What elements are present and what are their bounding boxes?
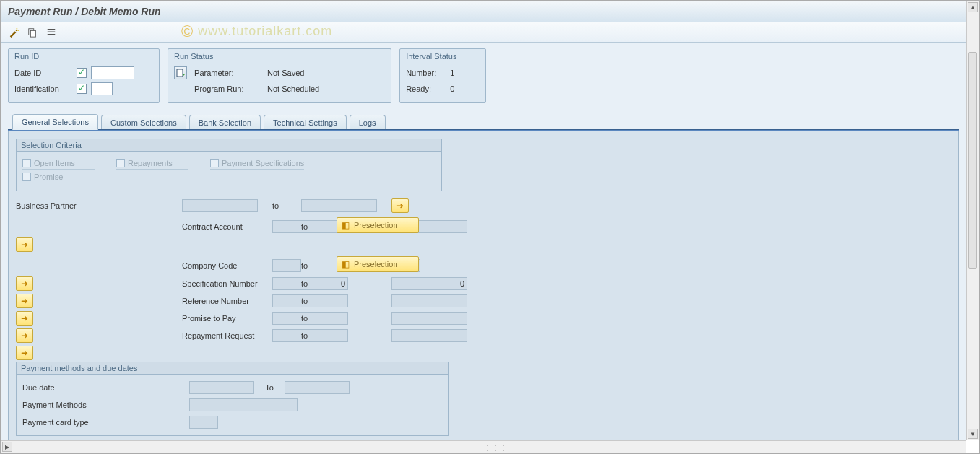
- tab-logs[interactable]: Logs: [350, 115, 386, 130]
- identification-checkbox[interactable]: [77, 84, 87, 94]
- due-date-to-input[interactable]: [285, 381, 350, 394]
- interval-status-group: Interval Status Number: 1 Ready: 0: [399, 48, 486, 103]
- business-partner-to-input[interactable]: [301, 199, 377, 212]
- tab-general-selections[interactable]: General Selections: [12, 114, 98, 130]
- vertical-scroll-thumb[interactable]: [968, 52, 977, 269]
- business-partner-more-button[interactable]: ➜: [391, 198, 409, 213]
- promise-checkbox: Promise: [22, 173, 95, 183]
- due-date-to-label: To: [259, 383, 280, 392]
- svg-rect-4: [177, 69, 183, 77]
- reference-number-to-label: to: [301, 297, 391, 305]
- payment-specifications-checkbox: Payment Specifications: [210, 159, 304, 170]
- svg-point-1: [17, 30, 18, 30]
- wand-icon[interactable]: [8, 27, 19, 38]
- svg-marker-5: [183, 74, 185, 77]
- run-id-title: Run ID: [14, 52, 153, 61]
- payment-methods-label: Payment Methods: [22, 401, 185, 409]
- payment-card-type-input[interactable]: [189, 416, 218, 429]
- identification-input[interactable]: [91, 82, 113, 95]
- promise-to-pay-to-input[interactable]: [391, 312, 467, 325]
- specification-number-to-input[interactable]: [391, 277, 467, 290]
- business-partner-label: Business Partner: [16, 201, 182, 210]
- ready-value: 0: [450, 84, 454, 93]
- repayment-request-more-button[interactable]: ➜: [16, 346, 33, 360]
- promise-to-pay-more-button[interactable]: ➜: [16, 328, 33, 343]
- company-code-from-input[interactable]: [272, 259, 301, 272]
- tab-custom-selections[interactable]: Custom Selections: [101, 115, 186, 130]
- date-id-checkbox[interactable]: [77, 68, 87, 78]
- business-partner-to-label: to: [272, 201, 301, 210]
- identification-label: Identification: [14, 84, 72, 93]
- business-partner-from-input[interactable]: [182, 199, 258, 212]
- contract-account-more-button[interactable]: ➜: [16, 237, 33, 252]
- toolbar: [1, 22, 966, 43]
- payment-methods-input[interactable]: [189, 398, 298, 411]
- number-label: Number:: [406, 69, 446, 77]
- selection-criteria-group: Selection Criteria Open Items Repayments…: [16, 139, 442, 191]
- copy-icon[interactable]: [27, 27, 38, 38]
- repayments-checkbox: Repayments: [116, 159, 188, 170]
- selection-criteria-title: Selection Criteria: [17, 139, 441, 152]
- payment-methods-title: Payment methods and due dates: [17, 362, 448, 375]
- specification-number-label: Specification Number: [182, 279, 272, 288]
- parameter-value: Not Saved: [267, 69, 304, 77]
- vertical-scrollbar[interactable]: ▲ ▼: [966, 1, 979, 440]
- interval-status-title: Interval Status: [406, 52, 480, 61]
- horizontal-scrollbar[interactable]: ◀ ⋮⋮⋮ ▶: [1, 440, 966, 453]
- reference-number-to-input[interactable]: [391, 294, 467, 307]
- company-code-more-button[interactable]: ➜: [16, 276, 33, 291]
- reference-number-label: Reference Number: [182, 297, 272, 305]
- scroll-up-arrow-icon[interactable]: ▲: [968, 2, 978, 12]
- contract-account-label: Contract Account: [182, 222, 272, 231]
- number-value: 1: [450, 69, 454, 77]
- repayment-request-to-label: to: [301, 331, 391, 340]
- payment-card-type-label: Payment card type: [22, 418, 185, 427]
- page-title: Payment Run / Debit Memo Run: [1, 1, 966, 22]
- repayment-request-label: Repayment Request: [182, 331, 272, 340]
- specification-number-more-button[interactable]: ➜: [16, 294, 33, 308]
- tab-body: Selection Criteria Open Items Repayments…: [8, 131, 959, 440]
- contract-account-preselection-button[interactable]: ◧ Preselection: [337, 256, 419, 272]
- parameter-label: Parameter:: [194, 69, 263, 77]
- run-id-group: Run ID Date ID Identification: [8, 48, 160, 103]
- scroll-grip-icon: ⋮⋮⋮: [484, 444, 508, 452]
- hierarchy-icon: ◧: [342, 259, 350, 269]
- specification-number-to-label: to: [301, 279, 391, 288]
- tabstrip: General Selections Custom Selections Ban…: [8, 113, 959, 129]
- run-status-group: Run Status Parameter: Not Saved Program …: [168, 48, 391, 103]
- date-id-label: Date ID: [14, 69, 72, 77]
- due-date-label: Due date: [22, 383, 185, 392]
- ready-label: Ready:: [406, 84, 446, 93]
- svg-point-0: [17, 27, 18, 29]
- program-run-value: Not Scheduled: [267, 84, 319, 93]
- promise-to-pay-to-label: to: [301, 314, 391, 323]
- svg-rect-3: [30, 30, 35, 37]
- date-id-input[interactable]: [91, 66, 134, 79]
- title-text: Payment Run / Debit Memo Run: [8, 6, 161, 17]
- tab-bank-selection[interactable]: Bank Selection: [189, 115, 261, 130]
- promise-to-pay-label: Promise to Pay: [182, 314, 272, 323]
- new-doc-icon[interactable]: [174, 66, 187, 79]
- open-items-checkbox: Open Items: [22, 159, 95, 170]
- company-code-label: Company Code: [182, 261, 272, 270]
- tab-divider: [8, 129, 959, 131]
- scroll-down-arrow-icon[interactable]: ▼: [968, 429, 978, 439]
- program-run-label: Program Run:: [194, 84, 263, 93]
- due-date-from-input[interactable]: [189, 381, 254, 394]
- business-partner-preselection-button[interactable]: ◧ Preselection: [337, 217, 419, 233]
- payment-methods-group: Payment methods and due dates Due date T…: [16, 362, 449, 436]
- scroll-right-arrow-icon[interactable]: ▶: [2, 442, 12, 452]
- range-fields-grid: Business Partner to ➜ ◧ Preselection: [16, 198, 449, 360]
- repayment-request-to-input[interactable]: [391, 329, 467, 342]
- tab-technical-settings[interactable]: Technical Settings: [264, 115, 347, 130]
- run-status-title: Run Status: [174, 52, 385, 61]
- list-icon[interactable]: [45, 27, 57, 38]
- hierarchy-icon: ◧: [342, 220, 350, 230]
- reference-number-more-button[interactable]: ➜: [16, 311, 33, 326]
